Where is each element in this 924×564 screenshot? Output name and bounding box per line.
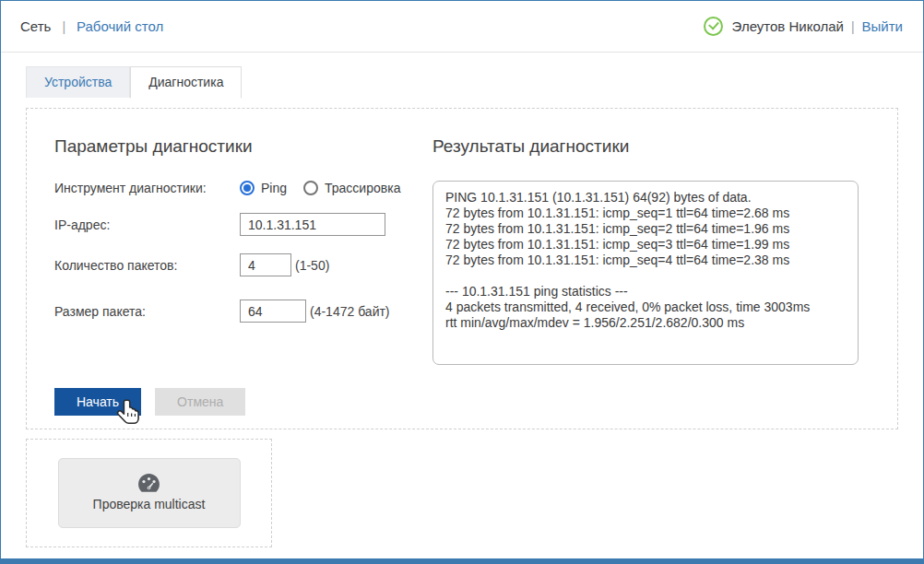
header: Сеть | Рабочий стол Элеутов Николай | Вы… [1,1,923,53]
user-area: Элеутов Николай | Выйти [704,17,903,36]
nav-section-label: Сеть [20,18,51,34]
gauge-icon [138,474,160,492]
ip-row: IP-адрес: [54,213,432,236]
radio-traceroute-label: Трассировка [325,181,400,195]
footer-bar [1,558,923,563]
check-circle-icon [704,17,723,36]
user-name: Элеутов Николай [732,18,844,34]
nav-separator: | [62,19,65,34]
radio-ping[interactable]: Ping [240,181,287,195]
multicast-check-button[interactable]: Проверка multicast [58,458,241,528]
parameters-title: Параметры диагностики [54,136,432,157]
diagnostics-results: Результаты диагностики PING 10.1.31.151 … [432,136,870,416]
user-separator: | [851,19,855,34]
tab-diagnostics[interactable]: Диагностика [130,66,242,99]
radio-selected-icon[interactable] [240,181,255,195]
multicast-button-label: Проверка multicast [93,496,206,512]
page: Сеть | Рабочий стол Элеутов Николай | Вы… [0,0,924,564]
diagnostics-parameters: Параметры диагностики Инструмент диагнос… [54,136,432,416]
results-title: Результаты диагностики [432,136,870,157]
packet-count-row: Количество пакетов: (1-50) [54,253,432,276]
multicast-panel: Проверка multicast [26,439,272,547]
tab-devices[interactable]: Устройства [26,66,130,98]
tool-row: Инструмент диагностики: Ping Трассировка [54,181,432,195]
radio-unselected-icon[interactable] [303,181,318,195]
cancel-button[interactable]: Отмена [155,388,245,416]
form-buttons: Начать Отмена [54,388,432,416]
tool-label: Инструмент диагностики: [54,181,240,195]
packet-size-row: Размер пакета: (4-1472 байт) [54,300,432,323]
radio-traceroute[interactable]: Трассировка [303,181,400,195]
radio-ping-label: Ping [261,181,287,195]
packet-count-label: Количество пакетов: [54,258,240,273]
nav-link-desktop[interactable]: Рабочий стол [77,18,163,34]
start-button[interactable]: Начать [54,388,141,416]
breadcrumb: Сеть | Рабочий стол [20,18,163,34]
packet-size-input[interactable] [240,300,306,323]
packet-count-hint: (1-50) [295,258,329,273]
packet-size-label: Размер пакета: [54,304,240,319]
ip-address-input[interactable] [240,213,385,236]
diagnostics-panel: Параметры диагностики Инструмент диагнос… [26,108,898,429]
tool-radio-group: Ping Трассировка [240,181,417,195]
packet-count-input[interactable] [240,253,291,276]
logout-link[interactable]: Выйти [862,18,903,34]
packet-size-hint: (4-1472 байт) [310,304,390,319]
tab-bar: Устройства Диагностика [1,53,923,98]
ip-label: IP-адрес: [54,217,240,232]
results-output: PING 10.1.31.151 (10.1.31.151) 64(92) by… [432,181,859,365]
